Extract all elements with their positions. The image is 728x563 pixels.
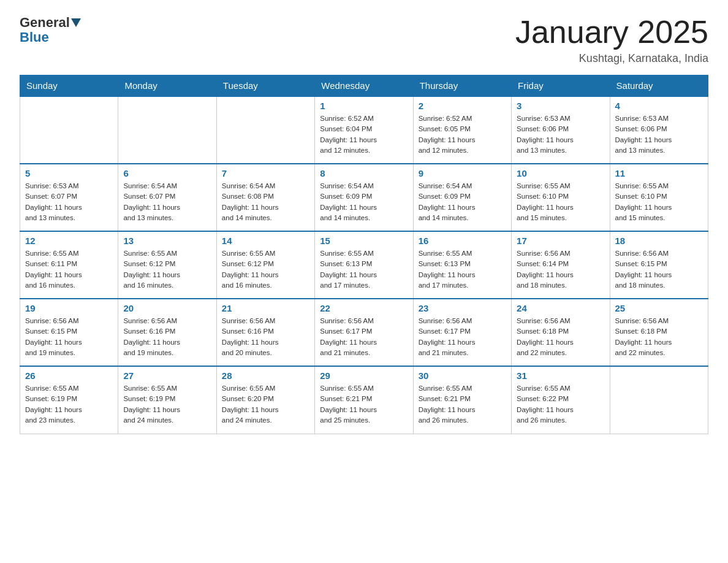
day-number: 16 (419, 236, 506, 246)
day-info: Sunrise: 6:55 AM Sunset: 6:10 PM Dayligh… (517, 181, 604, 223)
column-header-thursday: Thursday (413, 75, 511, 97)
calendar-cell: 3Sunrise: 6:53 AM Sunset: 6:06 PM Daylig… (512, 96, 610, 164)
calendar-cell: 12Sunrise: 6:55 AM Sunset: 6:11 PM Dayli… (20, 231, 118, 299)
day-number: 4 (615, 101, 703, 111)
week-row-3: 12Sunrise: 6:55 AM Sunset: 6:11 PM Dayli… (20, 231, 708, 299)
day-number: 13 (123, 236, 211, 246)
day-number: 7 (222, 168, 309, 178)
column-header-saturday: Saturday (610, 75, 708, 97)
day-info: Sunrise: 6:55 AM Sunset: 6:20 PM Dayligh… (222, 383, 309, 426)
day-number: 26 (25, 370, 113, 381)
calendar-cell: 24Sunrise: 6:56 AM Sunset: 6:18 PM Dayli… (512, 299, 610, 366)
day-info: Sunrise: 6:52 AM Sunset: 6:04 PM Dayligh… (320, 113, 408, 156)
week-row-1: 1Sunrise: 6:52 AM Sunset: 6:04 PM Daylig… (20, 96, 708, 164)
calendar-cell: 21Sunrise: 6:56 AM Sunset: 6:16 PM Dayli… (216, 299, 314, 366)
title-block: January 2025 Kushtagi, Karnataka, India (515, 15, 708, 65)
day-number: 23 (419, 303, 506, 313)
day-number: 5 (25, 168, 113, 178)
day-info: Sunrise: 6:55 AM Sunset: 6:11 PM Dayligh… (25, 248, 113, 291)
calendar-cell: 19Sunrise: 6:56 AM Sunset: 6:15 PM Dayli… (20, 299, 118, 366)
page-header: General Blue January 2025 Kushtagi, Karn… (20, 15, 708, 65)
day-number: 31 (517, 370, 604, 381)
logo: General Blue (20, 15, 82, 45)
day-number: 24 (517, 303, 604, 313)
calendar-cell: 5Sunrise: 6:53 AM Sunset: 6:07 PM Daylig… (20, 164, 118, 231)
day-info: Sunrise: 6:54 AM Sunset: 6:09 PM Dayligh… (320, 181, 408, 223)
calendar-table: SundayMondayTuesdayWednesdayThursdayFrid… (20, 75, 708, 434)
day-info: Sunrise: 6:56 AM Sunset: 6:18 PM Dayligh… (517, 316, 604, 358)
week-row-2: 5Sunrise: 6:53 AM Sunset: 6:07 PM Daylig… (20, 164, 708, 231)
calendar-cell: 4Sunrise: 6:53 AM Sunset: 6:06 PM Daylig… (610, 96, 708, 164)
calendar-cell: 8Sunrise: 6:54 AM Sunset: 6:09 PM Daylig… (315, 164, 413, 231)
day-info: Sunrise: 6:56 AM Sunset: 6:17 PM Dayligh… (419, 316, 506, 358)
calendar-cell: 11Sunrise: 6:55 AM Sunset: 6:10 PM Dayli… (610, 164, 708, 231)
day-number: 11 (615, 168, 703, 178)
day-number: 6 (123, 168, 211, 178)
day-info: Sunrise: 6:56 AM Sunset: 6:16 PM Dayligh… (123, 316, 211, 358)
day-info: Sunrise: 6:55 AM Sunset: 6:19 PM Dayligh… (25, 383, 113, 426)
day-info: Sunrise: 6:53 AM Sunset: 6:06 PM Dayligh… (615, 113, 703, 156)
day-info: Sunrise: 6:55 AM Sunset: 6:22 PM Dayligh… (517, 383, 604, 426)
calendar-cell: 17Sunrise: 6:56 AM Sunset: 6:14 PM Dayli… (512, 231, 610, 299)
calendar-cell: 15Sunrise: 6:55 AM Sunset: 6:13 PM Dayli… (315, 231, 413, 299)
calendar-cell: 20Sunrise: 6:56 AM Sunset: 6:16 PM Dayli… (118, 299, 216, 366)
month-title: January 2025 (515, 15, 708, 50)
day-info: Sunrise: 6:55 AM Sunset: 6:21 PM Dayligh… (419, 383, 506, 426)
day-number: 20 (123, 303, 211, 313)
day-info: Sunrise: 6:55 AM Sunset: 6:21 PM Dayligh… (320, 383, 408, 426)
logo-general-text: General (20, 15, 70, 31)
day-number: 12 (25, 236, 113, 246)
day-info: Sunrise: 6:56 AM Sunset: 6:15 PM Dayligh… (615, 248, 703, 291)
calendar-cell: 23Sunrise: 6:56 AM Sunset: 6:17 PM Dayli… (413, 299, 511, 366)
day-info: Sunrise: 6:56 AM Sunset: 6:18 PM Dayligh… (615, 316, 703, 358)
calendar-cell: 1Sunrise: 6:52 AM Sunset: 6:04 PM Daylig… (315, 96, 413, 164)
logo-arrow-icon (71, 18, 81, 27)
calendar-cell: 22Sunrise: 6:56 AM Sunset: 6:17 PM Dayli… (315, 299, 413, 366)
calendar-cell: 7Sunrise: 6:54 AM Sunset: 6:08 PM Daylig… (216, 164, 314, 231)
calendar-cell: 6Sunrise: 6:54 AM Sunset: 6:07 PM Daylig… (118, 164, 216, 231)
calendar-cell: 25Sunrise: 6:56 AM Sunset: 6:18 PM Dayli… (610, 299, 708, 366)
column-header-tuesday: Tuesday (216, 75, 314, 97)
day-info: Sunrise: 6:54 AM Sunset: 6:08 PM Dayligh… (222, 181, 309, 223)
day-number: 17 (517, 236, 604, 246)
calendar-cell: 27Sunrise: 6:55 AM Sunset: 6:19 PM Dayli… (118, 366, 216, 434)
column-header-monday: Monday (118, 75, 216, 97)
day-info: Sunrise: 6:56 AM Sunset: 6:16 PM Dayligh… (222, 316, 309, 358)
day-info: Sunrise: 6:55 AM Sunset: 6:12 PM Dayligh… (222, 248, 309, 291)
calendar-cell: 13Sunrise: 6:55 AM Sunset: 6:12 PM Dayli… (118, 231, 216, 299)
logo-blue-text: Blue (20, 29, 49, 45)
day-number: 19 (25, 303, 113, 313)
calendar-header-row: SundayMondayTuesdayWednesdayThursdayFrid… (20, 75, 708, 97)
calendar-cell: 31Sunrise: 6:55 AM Sunset: 6:22 PM Dayli… (512, 366, 610, 434)
calendar-cell (216, 96, 314, 164)
day-info: Sunrise: 6:56 AM Sunset: 6:14 PM Dayligh… (517, 248, 604, 291)
day-info: Sunrise: 6:55 AM Sunset: 6:13 PM Dayligh… (419, 248, 506, 291)
day-number: 18 (615, 236, 703, 246)
day-info: Sunrise: 6:55 AM Sunset: 6:13 PM Dayligh… (320, 248, 408, 291)
day-number: 9 (419, 168, 506, 178)
day-number: 21 (222, 303, 309, 313)
day-number: 8 (320, 168, 408, 178)
calendar-cell: 18Sunrise: 6:56 AM Sunset: 6:15 PM Dayli… (610, 231, 708, 299)
calendar-cell: 16Sunrise: 6:55 AM Sunset: 6:13 PM Dayli… (413, 231, 511, 299)
day-number: 22 (320, 303, 408, 313)
day-number: 1 (320, 101, 408, 111)
day-info: Sunrise: 6:54 AM Sunset: 6:09 PM Dayligh… (419, 181, 506, 223)
day-number: 10 (517, 168, 604, 178)
calendar-cell (118, 96, 216, 164)
calendar-cell (610, 366, 708, 434)
location: Kushtagi, Karnataka, India (515, 52, 708, 65)
calendar-cell: 9Sunrise: 6:54 AM Sunset: 6:09 PM Daylig… (413, 164, 511, 231)
calendar-cell: 14Sunrise: 6:55 AM Sunset: 6:12 PM Dayli… (216, 231, 314, 299)
calendar-cell (20, 96, 118, 164)
day-number: 2 (419, 101, 506, 111)
day-info: Sunrise: 6:56 AM Sunset: 6:15 PM Dayligh… (25, 316, 113, 358)
calendar-cell: 26Sunrise: 6:55 AM Sunset: 6:19 PM Dayli… (20, 366, 118, 434)
week-row-4: 19Sunrise: 6:56 AM Sunset: 6:15 PM Dayli… (20, 299, 708, 366)
column-header-friday: Friday (512, 75, 610, 97)
column-header-wednesday: Wednesday (315, 75, 413, 97)
day-number: 14 (222, 236, 309, 246)
calendar-cell: 2Sunrise: 6:52 AM Sunset: 6:05 PM Daylig… (413, 96, 511, 164)
calendar-cell: 28Sunrise: 6:55 AM Sunset: 6:20 PM Dayli… (216, 366, 314, 434)
day-number: 29 (320, 370, 408, 381)
